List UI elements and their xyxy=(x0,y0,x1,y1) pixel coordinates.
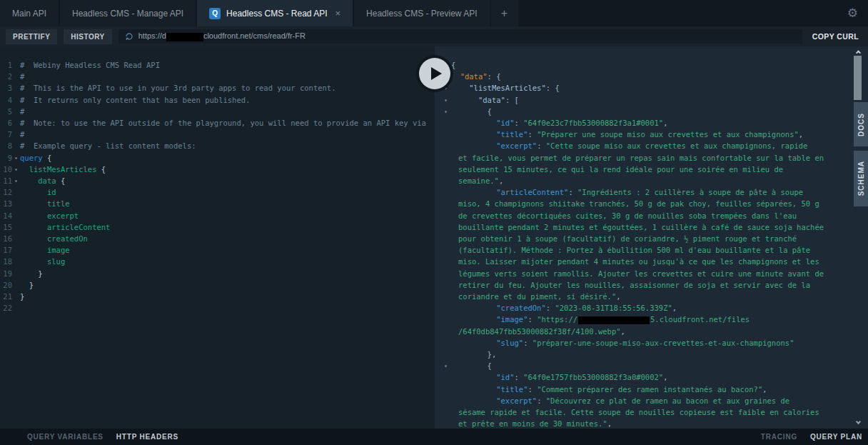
fold-arrow-icon[interactable]: ▾ xyxy=(14,153,18,164)
query-editor[interactable]: 1# Webiny Headless CMS Read API2#3# This… xyxy=(0,46,435,429)
fold-arrow-icon[interactable]: ▾ xyxy=(444,361,448,372)
code-line: "excerpt": "Cette soupe miso aux crevett… xyxy=(435,140,868,151)
http-headers-tab[interactable]: HTTP HEADERS xyxy=(116,433,178,441)
line-number: 10 xyxy=(0,164,12,175)
line-number: 11 xyxy=(0,175,12,186)
tab-headless-cms-manage-api[interactable]: Headless CMS - Manage API xyxy=(60,0,196,26)
code-line: 1# Webiny Headless CMS Read API xyxy=(0,59,435,71)
toolbar: PRETTIFY HISTORY https://dcloudfront.net… xyxy=(0,26,868,46)
code-line: 12 id xyxy=(0,186,435,198)
fold-arrow-icon[interactable]: ▾ xyxy=(444,95,448,106)
code-line: 13 title xyxy=(0,198,435,209)
endpoint-url-text: https://dcloudfront.net/cms/read/fr-FR xyxy=(138,31,306,41)
add-tab-button[interactable]: + xyxy=(491,0,518,26)
code-line: "slug": "préparer-une-soupe-miso-aux-cre… xyxy=(435,337,868,349)
schema-tab[interactable]: SCHEMA xyxy=(854,151,868,206)
endpoint-url-bar[interactable]: https://dcloudfront.net/cms/read/fr-FR xyxy=(118,29,802,44)
tab-main-api[interactable]: Main API xyxy=(0,0,59,26)
docs-tab[interactable]: DOCS xyxy=(854,102,868,146)
scrollbar-thumb[interactable] xyxy=(854,56,862,100)
line-number: 20 xyxy=(0,279,12,291)
code-line: "title": "Comment préparer des ramen ins… xyxy=(435,384,868,395)
code-line: "image": "https://5.cloudfront.net/files xyxy=(435,314,868,325)
tab-bar: Main API Headless CMS - Manage API Q Hea… xyxy=(0,0,868,26)
line-number: 18 xyxy=(0,256,12,267)
code-line: miso. Laisser mijoter pendant 4 minutes … xyxy=(435,256,868,267)
code-line: 21} xyxy=(0,291,435,302)
api-playground-window: Main API Headless CMS - Manage API Q Hea… xyxy=(0,0,868,445)
query-variables-tab[interactable]: QUERY VARIABLES xyxy=(27,433,104,441)
prettify-button[interactable]: PRETTIFY xyxy=(6,29,57,44)
line-number: 6 xyxy=(0,117,12,129)
code-line: miso, 4 champignons shiitake tranchés, 5… xyxy=(435,198,868,209)
code-line: 18 slug xyxy=(0,256,435,267)
code-line: ▾ "listMesArticles": { xyxy=(435,82,868,94)
tab-label: Headless CMS - Preview API xyxy=(366,9,477,19)
history-button[interactable]: HISTORY xyxy=(64,29,111,44)
tab-label: Headless CMS - Read API xyxy=(226,9,327,19)
line-number: 12 xyxy=(0,186,12,198)
schema-tab-label: SCHEMA xyxy=(857,161,865,196)
code-line: "articleContent": "Ingrédients : 2 cuill… xyxy=(435,186,868,198)
line-number: 13 xyxy=(0,198,12,209)
code-line: /64f0db847fbb53000882f38f/4100.webp", xyxy=(435,326,868,337)
code-line: "id": "64f0e1757fbb53000882f3a0#0002", xyxy=(435,371,868,383)
code-line: }, xyxy=(435,349,868,360)
code-line: sésame rapide et facile. Cette soupe de … xyxy=(435,406,868,418)
fold-arrow-icon[interactable]: ▾ xyxy=(14,164,18,176)
reload-icon xyxy=(125,32,133,41)
settings-gear-icon[interactable]: ⚙ xyxy=(847,7,868,19)
code-line: 14 excerpt xyxy=(0,210,435,221)
code-line: 4# It returns only content that has been… xyxy=(0,94,435,106)
line-number: 3 xyxy=(0,82,12,94)
chevron-up-icon xyxy=(855,50,860,55)
scrollbar-down-arrow[interactable] xyxy=(854,417,862,426)
code-line: 3# This is the API to use in your 3rd pa… xyxy=(0,82,435,94)
right-rail: DOCS SCHEMA xyxy=(854,46,868,429)
code-line: 19 } xyxy=(0,268,435,279)
code-line: "excerpt": "Découvrez ce plat de ramen a… xyxy=(435,395,868,406)
code-line: 17 image xyxy=(0,244,435,256)
code-line: ▾ "data": [ xyxy=(435,94,868,106)
response-viewer[interactable]: ▾{▾ "data": {▾ "listMesArticles": {▾ "da… xyxy=(435,46,868,429)
copy-curl-button[interactable]: COPY CURL xyxy=(809,32,862,41)
code-line: 2# xyxy=(0,71,435,82)
code-line: "title": "Préparer une soupe miso aux cr… xyxy=(435,129,868,140)
line-number: 4 xyxy=(0,94,12,106)
line-number: 17 xyxy=(0,244,12,256)
code-line: retirer du feu. Ajouter les nouilles, as… xyxy=(435,279,868,291)
close-tab-icon[interactable]: × xyxy=(335,9,341,18)
code-line: 5# xyxy=(0,106,435,117)
query-plan-tab[interactable]: QUERY PLAN xyxy=(810,433,862,441)
line-number: 22 xyxy=(0,302,12,314)
footer-bar: QUERY VARIABLES HTTP HEADERS TRACING QUE… xyxy=(0,429,868,445)
fold-arrow-icon[interactable]: ▾ xyxy=(444,106,448,118)
line-number: 9 xyxy=(0,152,12,164)
line-number: 15 xyxy=(0,221,12,233)
code-line: bouillante pendant 2 minutes et égouttée… xyxy=(435,221,868,233)
line-number: 16 xyxy=(0,233,12,244)
scrollbar-up-arrow[interactable] xyxy=(854,47,862,56)
code-line: 6# Note: to use the API outside of the p… xyxy=(0,117,435,129)
code-line: 16 createdOn xyxy=(0,233,435,244)
tab-headless-cms-read-api[interactable]: Q Headless CMS - Read API × xyxy=(197,0,353,26)
code-line: semaine.", xyxy=(435,175,868,186)
chevron-down-icon xyxy=(855,419,860,424)
play-button-circle xyxy=(419,58,450,89)
execute-query-button[interactable] xyxy=(416,55,453,92)
redacted-text xyxy=(578,316,650,324)
code-line: 15 articleContent xyxy=(0,221,435,233)
code-line: (facultatif). Méthode : Portez à ébullit… xyxy=(435,244,868,256)
fold-arrow-icon[interactable]: ▾ xyxy=(14,176,18,187)
line-number: 5 xyxy=(0,106,12,117)
code-line: 11▾ data { xyxy=(0,175,435,186)
code-line: de crevettes décortiquées cuites, 30 g d… xyxy=(435,210,868,221)
tracing-tab[interactable]: TRACING xyxy=(761,433,797,441)
line-number: 14 xyxy=(0,210,12,221)
line-number: 1 xyxy=(0,59,12,71)
line-number: 2 xyxy=(0,71,12,82)
query-badge-icon: Q xyxy=(209,8,221,19)
tab-headless-cms-preview-api[interactable]: Headless CMS - Preview API xyxy=(354,0,489,26)
code-line: 7# xyxy=(0,129,435,140)
code-line: seulement 15 minutes, ce qui la rend idé… xyxy=(435,164,868,175)
